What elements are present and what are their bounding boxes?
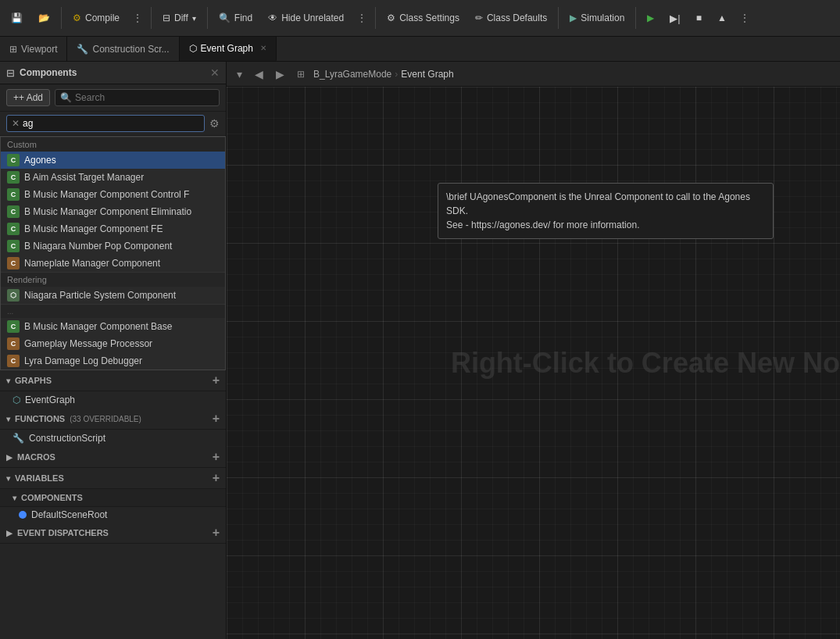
eject-button[interactable]: ▲ [711, 9, 733, 27]
diff-icon: ⊟ [163, 12, 170, 23]
tab-viewport[interactable]: ⊞ Viewport [0, 37, 67, 61]
functions-add-icon[interactable]: + [213, 412, 220, 425]
functions-badge: (33 OVERRIDABLE) [70, 415, 141, 423]
panel-header: ⊟ Components ✕ [0, 62, 226, 84]
variables-add-icon[interactable]: + [213, 472, 220, 484]
viewport-tab-icon: ⊞ [9, 44, 17, 55]
sidebar-item-event-graph[interactable]: ⬡ EventGraph [0, 391, 226, 409]
section-header-macros[interactable]: ▶ MACROS + [0, 447, 226, 468]
tab-construction-script[interactable]: 🔧 Construction Scr... [67, 37, 179, 61]
diff-button[interactable]: ⊟ Diff ▾ [156, 9, 202, 27]
niagara-particle-icon: ⬡ [7, 289, 20, 302]
visibility-more-icon[interactable]: ⋮ [353, 9, 370, 27]
separator-4 [375, 7, 376, 29]
dropdown-item-nameplate[interactable]: C Nameplate Manager Component [1, 255, 225, 272]
breadcrumb-root[interactable]: B_LyraGameMode [313, 69, 391, 80]
search-box: 🔍 [55, 89, 220, 106]
tab-event-graph[interactable]: ⬡ Event Graph ✕ [180, 37, 277, 61]
construction-tab-label: Construction Scr... [92, 44, 169, 55]
find-icon: 🔍 [219, 12, 231, 23]
breadcrumb-current: Event Graph [401, 69, 453, 80]
lyra-damage-label: Lyra Damage Log Debugger [24, 355, 142, 366]
sidebar-item-construction-script[interactable]: 🔧 ConstructionScript [0, 430, 226, 447]
agones-label: Agones [24, 155, 56, 166]
variable-item-default-scene-root[interactable]: DefaultSceneRoot [0, 507, 226, 523]
dropdown-item-music-fe[interactable]: C B Music Manager Component FE [1, 220, 225, 237]
event-dispatchers-add-icon[interactable]: + [213, 527, 220, 539]
section-header-graphs[interactable]: ▾ GRAPHS + [0, 370, 226, 391]
section-header-functions[interactable]: ▾ FUNCTIONS (33 OVERRIDABLE) + [0, 409, 226, 430]
functions-arrow-icon: ▾ [6, 415, 10, 423]
dropdown-item-niagara-particle[interactable]: ⬡ Niagara Particle System Component [1, 287, 225, 304]
agones-icon: C [7, 154, 20, 166]
music-elim-icon: C [7, 205, 20, 218]
event-dispatchers-arrow-icon: ▶ [6, 529, 13, 537]
dropdown-section-rendering: Rendering [1, 272, 225, 287]
ag-search-input[interactable] [23, 118, 199, 129]
components-sub-arrow-icon: ▾ [13, 494, 16, 502]
variable-default-scene-root-label: DefaultSceneRoot [31, 509, 107, 520]
hide-unrelated-button[interactable]: 👁 Hide Unrelated [262, 9, 350, 27]
compile-more-icon[interactable]: ⋮ [129, 9, 146, 27]
play-more-icon[interactable]: ⋮ [736, 9, 753, 27]
separator-3 [207, 7, 208, 29]
section-header-event-dispatchers[interactable]: ▶ EVENT DISPATCHERS + [0, 523, 226, 544]
section-header-components-sub[interactable]: ▾ Components [0, 489, 226, 507]
separator-6 [635, 7, 636, 29]
event-graph-icon: ⬡ [13, 394, 20, 405]
panel-close-icon[interactable]: ✕ [210, 66, 220, 79]
macros-add-icon[interactable]: + [213, 451, 220, 463]
components-sub-label: Components [21, 493, 83, 502]
graph-canvas[interactable]: Right-Click to Create New No... [227, 87, 840, 639]
open-folder-button[interactable]: 📂 [32, 9, 56, 27]
tooltip-box: \brief UAgonesComponent is the Unreal Co… [438, 183, 774, 239]
step-button[interactable]: ▶| [663, 9, 686, 27]
nav-dropdown-icon[interactable]: ▾ [233, 66, 246, 83]
class-defaults-icon: ✏ [475, 12, 483, 23]
dropdown-item-gameplay-msg[interactable]: C Gameplay Message Processor [1, 335, 225, 352]
dropdown-item-aim-assist[interactable]: C B Aim Assist Target Manager [1, 169, 225, 186]
class-settings-button[interactable]: ⚙ Class Settings [381, 9, 466, 27]
dropdown-item-niagara-pop[interactable]: C B Niagara Number Pop Component [1, 237, 225, 255]
dropdown-item-agones[interactable]: C Agones [1, 152, 225, 169]
niagara-pop-label: B Niagara Number Pop Component [24, 241, 172, 252]
niagara-pop-icon: C [7, 240, 20, 252]
ag-clear-icon[interactable]: ✕ [12, 118, 20, 129]
right-click-hint: Right-Click to Create New No... [451, 347, 840, 380]
diff-chevron-icon: ▾ [192, 14, 196, 23]
dropdown-item-music-control[interactable]: C B Music Manager Component Control F [1, 186, 225, 203]
play-button[interactable]: ▶ [641, 9, 660, 27]
dropdown-item-lyra-damage[interactable]: C Lyra Damage Log Debugger [1, 352, 225, 369]
nav-back-icon[interactable]: ◀ [251, 66, 267, 83]
add-component-button[interactable]: + + Add [6, 89, 50, 106]
nav-forward-icon[interactable]: ▶ [272, 66, 288, 83]
event-dispatchers-label: EVENT DISPATCHERS [17, 528, 109, 537]
main-layout: ⊟ Components ✕ + + Add 🔍 ✕ ⚙ [0, 62, 840, 639]
niagara-particle-label: Niagara Particle System Component [24, 290, 176, 301]
dropdown-item-music-elim[interactable]: C B Music Manager Component Eliminatio [1, 203, 225, 220]
lyra-damage-icon: C [7, 355, 20, 367]
play-icon: ▶ [647, 12, 654, 23]
ag-settings-icon[interactable]: ⚙ [209, 117, 220, 130]
separator-2 [151, 7, 152, 29]
dropdown-item-music-base[interactable]: C B Music Manager Component Base [1, 318, 225, 335]
variables-arrow-icon: ▾ [6, 474, 10, 483]
save-button[interactable]: 💾 [5, 9, 29, 27]
toolbar: 💾 📂 ⚙ Compile ⋮ ⊟ Diff ▾ 🔍 Find 👁 Hide U… [0, 0, 840, 37]
variables-label: VARIABLES [15, 473, 64, 483]
graphs-add-icon[interactable]: + [213, 374, 220, 387]
sidebar-content: ▾ GRAPHS + ⬡ EventGraph ▾ FUNCTIONS (33 … [0, 370, 226, 639]
simulation-button[interactable]: ▶ Simulation [563, 9, 631, 27]
find-button[interactable]: 🔍 Find [213, 9, 259, 27]
compile-button[interactable]: ⚙ Compile [66, 9, 126, 27]
aim-assist-icon: C [7, 171, 20, 184]
stop-button[interactable]: ■ [690, 9, 708, 27]
event-graph-close-icon[interactable]: ✕ [260, 44, 266, 52]
search-input[interactable] [75, 92, 214, 103]
breadcrumb: B_LyraGameMode › Event Graph [313, 69, 454, 80]
panel-title: Components [20, 67, 77, 78]
class-defaults-button[interactable]: ✏ Class Defaults [469, 9, 553, 27]
nav-fit-icon[interactable]: ⊞ [293, 66, 309, 82]
step-icon: ▶| [670, 12, 680, 24]
section-header-variables[interactable]: ▾ VARIABLES + [0, 468, 226, 489]
